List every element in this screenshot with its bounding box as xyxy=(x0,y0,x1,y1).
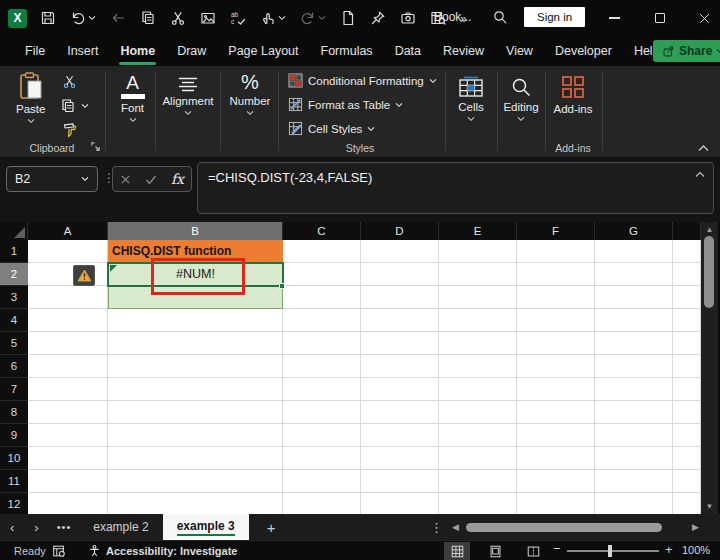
pin-icon[interactable] xyxy=(365,6,391,30)
cell-partial-6[interactable] xyxy=(673,355,701,378)
hscroll-right-icon[interactable]: ▶ xyxy=(692,522,699,532)
column-header-F[interactable]: F xyxy=(517,222,595,240)
cell-C4[interactable] xyxy=(283,309,361,332)
font-menu-button[interactable]: A Font xyxy=(110,74,155,123)
cell-E10[interactable] xyxy=(439,447,517,470)
cell-D7[interactable] xyxy=(361,378,439,401)
ribbon-tab-review[interactable]: Review xyxy=(432,38,495,64)
new-document-icon[interactable] xyxy=(335,6,361,30)
minimize-button[interactable] xyxy=(594,0,634,36)
cell-D3[interactable] xyxy=(361,286,439,309)
cell-F8[interactable] xyxy=(517,401,595,424)
cell-C1[interactable] xyxy=(283,240,361,263)
cell-G3[interactable] xyxy=(595,286,673,309)
add-sheet-button[interactable]: + xyxy=(249,519,294,536)
ribbon-tab-page-layout[interactable]: Page Layout xyxy=(217,38,309,64)
cell-G5[interactable] xyxy=(595,332,673,355)
cell-G10[interactable] xyxy=(595,447,673,470)
cell-G11[interactable] xyxy=(595,470,673,493)
cell-B11[interactable] xyxy=(108,470,283,493)
fill-handle[interactable] xyxy=(279,283,285,289)
cell-A11[interactable] xyxy=(28,470,108,493)
zoom-slider[interactable] xyxy=(567,550,659,552)
sheet-tab-example-3[interactable]: example 3 xyxy=(163,514,249,540)
row-header-12[interactable]: 12 xyxy=(0,493,28,514)
chevron-up-icon[interactable] xyxy=(695,171,705,178)
camera-icon[interactable] xyxy=(395,6,421,30)
column-header-partial[interactable] xyxy=(673,222,701,240)
cell-D1[interactable] xyxy=(361,240,439,263)
cell-G8[interactable] xyxy=(595,401,673,424)
cell-E2[interactable] xyxy=(439,263,517,286)
cell-C7[interactable] xyxy=(283,378,361,401)
vertical-scrollbar[interactable]: ▲ ▼ xyxy=(701,222,718,514)
undo-icon[interactable] xyxy=(65,6,101,30)
cell-F11[interactable] xyxy=(517,470,595,493)
cell-E6[interactable] xyxy=(439,355,517,378)
cell-E12[interactable] xyxy=(439,493,517,514)
row-header-2[interactable]: 2 xyxy=(0,263,28,286)
cell-A8[interactable] xyxy=(28,401,108,424)
cell-G12[interactable] xyxy=(595,493,673,514)
cell-partial-5[interactable] xyxy=(673,332,701,355)
spelling-icon[interactable]: abc xyxy=(225,6,251,30)
cell-E1[interactable] xyxy=(439,240,517,263)
format-painter-button[interactable] xyxy=(62,122,78,138)
name-box[interactable]: B2 xyxy=(6,166,98,192)
format-as-table-button[interactable]: Format as Table xyxy=(288,97,403,112)
cell-D11[interactable] xyxy=(361,470,439,493)
save-icon[interactable] xyxy=(35,6,61,30)
row-header-8[interactable]: 8 xyxy=(0,401,28,424)
cut-button[interactable] xyxy=(62,74,77,89)
column-header-E[interactable]: E xyxy=(439,222,517,240)
cell-D2[interactable] xyxy=(361,263,439,286)
cell-C8[interactable] xyxy=(283,401,361,424)
cell-C6[interactable] xyxy=(283,355,361,378)
cell-A3[interactable] xyxy=(28,286,108,309)
sheet-prev-icon[interactable]: ‹ xyxy=(0,520,24,535)
enter-check-icon[interactable] xyxy=(145,174,157,185)
ribbon-tab-view[interactable]: View xyxy=(495,38,544,64)
number-menu-button[interactable]: % Number xyxy=(224,72,276,116)
cell-F7[interactable] xyxy=(517,378,595,401)
zoom-in-button[interactable]: + xyxy=(665,542,673,557)
add-ins-button[interactable]: Add-ins xyxy=(549,74,597,115)
close-button[interactable] xyxy=(684,0,720,36)
cell-D5[interactable] xyxy=(361,332,439,355)
clipboard-dialog-launcher-icon[interactable] xyxy=(90,141,101,152)
cell-B5[interactable] xyxy=(108,332,283,355)
cell-E7[interactable] xyxy=(439,378,517,401)
conditional-formatting-button[interactable]: Conditional Formatting xyxy=(288,73,437,88)
cell-F12[interactable] xyxy=(517,493,595,514)
column-header-G[interactable]: G xyxy=(595,222,673,240)
cell-E4[interactable] xyxy=(439,309,517,332)
row-header-9[interactable]: 9 xyxy=(0,424,28,447)
cell-A12[interactable] xyxy=(28,493,108,514)
copy-icon[interactable] xyxy=(135,6,161,30)
cell-partial-11[interactable] xyxy=(673,470,701,493)
column-header-A[interactable]: A xyxy=(28,222,108,240)
search-icon[interactable] xyxy=(492,9,508,25)
ribbon-tab-developer[interactable]: Developer xyxy=(544,38,623,64)
cell-C10[interactable] xyxy=(283,447,361,470)
cell-F10[interactable] xyxy=(517,447,595,470)
cell-partial-12[interactable] xyxy=(673,493,701,514)
macro-record-icon[interactable] xyxy=(52,544,66,558)
cell-C5[interactable] xyxy=(283,332,361,355)
ribbon-tab-formulas[interactable]: Formulas xyxy=(310,38,384,64)
zoom-level[interactable]: 100% xyxy=(682,544,710,556)
column-header-B[interactable]: B xyxy=(108,222,283,240)
cell-C9[interactable] xyxy=(283,424,361,447)
picture-icon[interactable] xyxy=(195,6,221,30)
cell-A4[interactable] xyxy=(28,309,108,332)
cell-styles-button[interactable]: Cell Styles xyxy=(288,121,375,136)
sheet-tab-example-2[interactable]: example 2 xyxy=(79,514,162,540)
sheet-list-icon[interactable]: ••• xyxy=(49,521,80,533)
paste-button[interactable]: Paste xyxy=(16,72,45,124)
cell-F3[interactable] xyxy=(517,286,595,309)
cell-E3[interactable] xyxy=(439,286,517,309)
cell-B8[interactable] xyxy=(108,401,283,424)
cell-F5[interactable] xyxy=(517,332,595,355)
vertical-scroll-thumb[interactable] xyxy=(704,236,714,308)
cell-F9[interactable] xyxy=(517,424,595,447)
